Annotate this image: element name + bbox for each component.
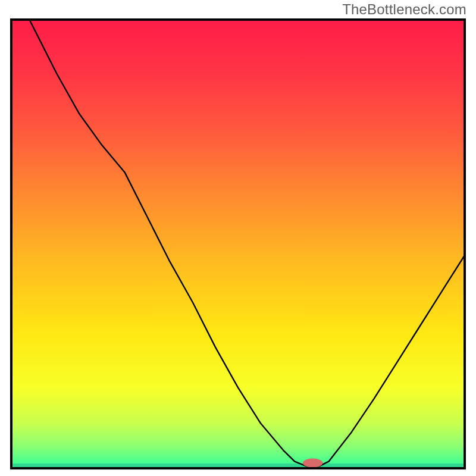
bottleneck-chart <box>10 18 466 470</box>
chart-area <box>10 18 466 470</box>
watermark-text: TheBottleneck.com <box>342 1 466 18</box>
gradient-background <box>11 20 465 468</box>
optimum-marker <box>303 459 323 468</box>
